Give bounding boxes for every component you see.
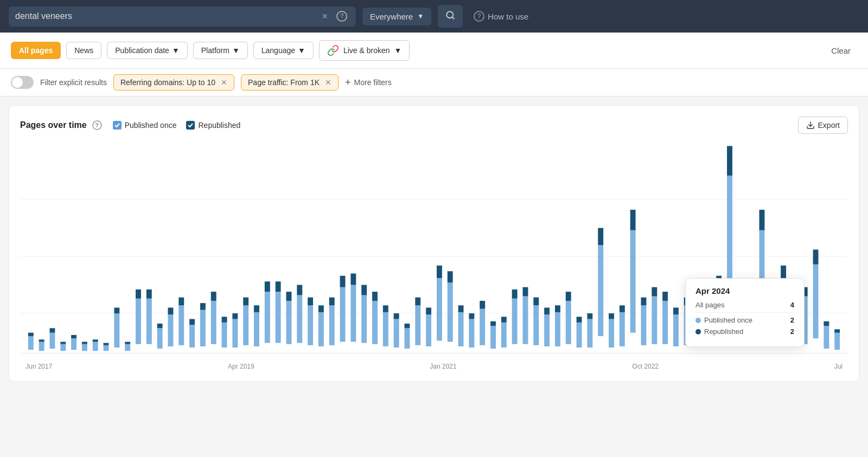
svg-rect-114 bbox=[598, 228, 603, 246]
language-label: Language bbox=[261, 46, 295, 55]
svg-rect-63 bbox=[329, 305, 335, 345]
live-broken-filter-button[interactable]: Live & broken ▼ bbox=[319, 40, 410, 61]
export-button[interactable]: Export bbox=[798, 117, 848, 134]
chevron-down-icon: ▼ bbox=[232, 46, 240, 55]
all-pages-filter-button[interactable]: All pages bbox=[11, 42, 61, 59]
tooltip-all-pages-text: All pages bbox=[695, 301, 724, 309]
tooltip-republished-text: Republished bbox=[704, 327, 743, 336]
publication-date-filter-button[interactable]: Publication date ▼ bbox=[107, 42, 188, 59]
svg-rect-153 bbox=[813, 265, 819, 339]
published-once-checkbox[interactable]: Published once bbox=[113, 121, 177, 130]
svg-rect-9 bbox=[39, 342, 44, 351]
svg-rect-64 bbox=[329, 298, 335, 306]
svg-rect-48 bbox=[243, 298, 248, 306]
chevron-down-icon: ▼ bbox=[417, 12, 424, 20]
chevron-down-icon: ▼ bbox=[172, 46, 180, 55]
platform-filter-button[interactable]: Platform ▼ bbox=[193, 42, 248, 59]
svg-rect-54 bbox=[276, 281, 281, 292]
svg-rect-155 bbox=[824, 326, 829, 349]
clear-label: Clear bbox=[831, 46, 851, 55]
svg-rect-67 bbox=[350, 285, 356, 342]
filter-bar: All pages News Publication date ▼ Platfo… bbox=[0, 33, 868, 69]
chart-help-icon[interactable]: ? bbox=[92, 120, 102, 130]
svg-rect-103 bbox=[544, 314, 550, 346]
svg-rect-77 bbox=[405, 328, 410, 349]
tooltip-all-pages-row: All pages 4 bbox=[695, 301, 794, 309]
svg-rect-34 bbox=[168, 308, 174, 315]
chart-tooltip: Apr 2024 All pages 4 Published once 2 Re… bbox=[685, 278, 805, 347]
svg-rect-66 bbox=[340, 276, 346, 287]
tooltip-published-once-row: Published once 2 bbox=[695, 316, 794, 324]
tooltip-published-once-text: Published once bbox=[704, 316, 752, 324]
svg-rect-11 bbox=[50, 333, 55, 349]
svg-rect-101 bbox=[533, 305, 539, 345]
svg-rect-16 bbox=[71, 335, 76, 338]
svg-rect-89 bbox=[469, 319, 474, 348]
explicit-filter-toggle[interactable] bbox=[11, 76, 34, 89]
svg-rect-59 bbox=[308, 305, 313, 345]
chart-header: Pages over time ? Published once Republi… bbox=[20, 117, 848, 134]
svg-rect-21 bbox=[104, 345, 109, 351]
svg-rect-31 bbox=[157, 328, 163, 349]
republished-checkbox[interactable]: Republished bbox=[186, 121, 240, 130]
svg-rect-124 bbox=[652, 287, 657, 297]
filter-explicit-label: Filter explicit results bbox=[40, 78, 107, 87]
svg-rect-43 bbox=[222, 323, 227, 347]
chip1-close-button[interactable]: ✕ bbox=[221, 79, 227, 86]
svg-rect-52 bbox=[265, 281, 270, 292]
svg-rect-120 bbox=[630, 210, 636, 230]
search-help-button[interactable]: ? bbox=[334, 11, 349, 22]
svg-rect-92 bbox=[480, 301, 485, 309]
svg-rect-102 bbox=[533, 298, 539, 306]
chart-checkboxes: Published once Republished bbox=[113, 121, 241, 130]
x-label-4: Oct 2022 bbox=[632, 363, 659, 370]
svg-rect-50 bbox=[254, 305, 259, 312]
svg-rect-106 bbox=[555, 305, 560, 312]
svg-rect-104 bbox=[544, 308, 550, 315]
search-input[interactable] bbox=[15, 11, 315, 21]
tooltip-published-once-value: 2 bbox=[790, 316, 794, 324]
svg-rect-38 bbox=[189, 319, 195, 325]
svg-rect-76 bbox=[394, 313, 399, 319]
svg-rect-80 bbox=[415, 298, 420, 306]
svg-rect-57 bbox=[297, 295, 302, 343]
chip2-close-button[interactable]: ✕ bbox=[325, 79, 331, 86]
svg-rect-40 bbox=[200, 303, 206, 310]
x-label-1: Jun 2017 bbox=[25, 363, 52, 370]
tooltip-republished-label: Republished bbox=[695, 327, 743, 336]
active-filters-bar: Filter explicit results Referring domain… bbox=[0, 69, 868, 96]
news-filter-button[interactable]: News bbox=[66, 42, 101, 59]
svg-rect-41 bbox=[211, 301, 216, 344]
search-icon bbox=[445, 12, 455, 22]
republished-dot bbox=[695, 329, 701, 334]
clear-button[interactable]: Clear bbox=[825, 42, 857, 59]
how-to-use-link[interactable]: ? How to use bbox=[474, 11, 528, 22]
svg-rect-109 bbox=[577, 323, 582, 347]
svg-rect-62 bbox=[318, 305, 324, 312]
svg-rect-60 bbox=[308, 298, 313, 306]
search-button[interactable] bbox=[438, 5, 463, 28]
live-broken-label: Live & broken bbox=[343, 46, 390, 55]
svg-rect-26 bbox=[125, 342, 130, 344]
checkbox-blue-icon bbox=[113, 121, 122, 130]
svg-rect-28 bbox=[136, 289, 141, 299]
svg-rect-81 bbox=[426, 314, 431, 346]
language-filter-button[interactable]: Language ▼ bbox=[253, 42, 314, 59]
clear-search-button[interactable]: × bbox=[320, 11, 330, 22]
svg-rect-37 bbox=[189, 325, 195, 347]
svg-rect-25 bbox=[125, 344, 130, 351]
chart-container: Apr 2024 All pages 4 Published once 2 Re… bbox=[20, 143, 848, 370]
svg-rect-55 bbox=[286, 301, 292, 344]
svg-rect-126 bbox=[662, 292, 668, 301]
svg-rect-47 bbox=[243, 305, 248, 345]
more-filters-button[interactable]: + More filters bbox=[345, 77, 392, 88]
everywhere-dropdown[interactable]: Everywhere ▼ bbox=[362, 8, 431, 25]
svg-rect-111 bbox=[587, 319, 592, 348]
svg-rect-94 bbox=[490, 321, 496, 326]
svg-rect-56 bbox=[286, 292, 292, 301]
svg-rect-22 bbox=[104, 343, 109, 345]
export-label: Export bbox=[818, 121, 840, 130]
svg-rect-100 bbox=[523, 287, 528, 297]
svg-rect-24 bbox=[114, 308, 119, 314]
link-icon bbox=[327, 44, 339, 56]
